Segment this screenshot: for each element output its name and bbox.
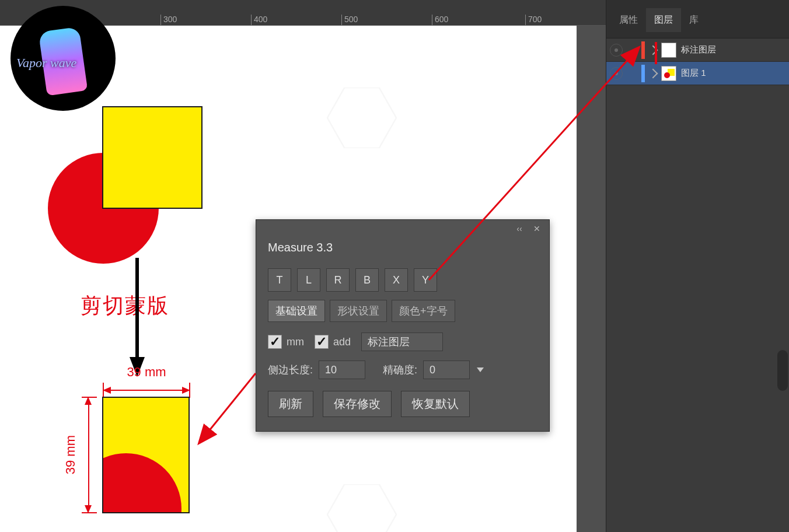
expand-chevron-icon[interactable] <box>648 68 658 78</box>
add-checkbox[interactable] <box>315 335 329 349</box>
visibility-toggle-icon[interactable] <box>610 67 623 80</box>
avatar-logo-text: Vapor wave <box>16 55 76 71</box>
side-length-label: 侧边长度: <box>268 363 313 377</box>
refresh-button[interactable]: 刷新 <box>268 391 313 417</box>
tab-basic-settings[interactable]: 基础设置 <box>268 300 325 322</box>
edge-x-button[interactable]: X <box>385 268 408 292</box>
panel-close-icon[interactable]: ✕ <box>533 225 541 233</box>
tab-library[interactable]: 库 <box>681 8 707 32</box>
ruler-tick: 500 <box>341 15 358 25</box>
panel-minimize-icon[interactable]: ‹‹ <box>515 225 523 233</box>
mm-checkbox[interactable] <box>268 335 282 349</box>
settings-tab-row: 基础设置 形状设置 颜色+字号 <box>268 300 537 322</box>
side-length-input[interactable] <box>319 360 365 379</box>
dropdown-caret-icon[interactable] <box>472 362 488 378</box>
edge-y-button[interactable]: Y <box>414 268 437 292</box>
right-panel: 属性 图层 库 标注图层 图层 1 <box>606 0 789 532</box>
dimension-vertical: 39 mm <box>63 397 96 513</box>
panel-tab-bar: 属性 图层 库 <box>606 0 789 38</box>
measure-panel[interactable]: ‹‹ ✕ Measure 3.3 T L R B X Y 基础设置 形状设置 颜… <box>256 219 550 432</box>
ruler-tick: 700 <box>525 15 542 25</box>
edge-right-button[interactable]: R <box>326 268 350 292</box>
ruler-tick: 600 <box>432 15 448 25</box>
expand-chevron-icon[interactable] <box>648 45 658 55</box>
edge-left-button[interactable]: L <box>297 268 320 292</box>
canvas-right-gutter <box>577 26 606 532</box>
precision-select[interactable] <box>423 360 470 379</box>
tab-shape-settings[interactable]: 形状设置 <box>330 300 387 322</box>
add-checkbox-label: add <box>333 336 351 348</box>
layers-list: 标注图层 图层 1 <box>606 38 789 85</box>
tab-properties[interactable]: 属性 <box>611 8 646 32</box>
layer-name: 图层 1 <box>681 68 706 79</box>
mm-checkbox-label: mm <box>287 336 304 348</box>
precision-label: 精确度: <box>383 363 417 377</box>
clip-mask-result[interactable] <box>102 397 190 513</box>
restore-default-button[interactable]: 恢复默认 <box>401 391 470 417</box>
down-arrow-icon <box>130 258 145 380</box>
layer-name: 标注图层 <box>681 44 716 55</box>
edge-top-button[interactable]: T <box>268 268 291 292</box>
dimension-v-value: 39 mm <box>63 435 78 474</box>
clip-mask-label: 剪切蒙版 <box>81 292 169 320</box>
avatar-logo: Vapor wave <box>11 6 116 111</box>
measure-panel-titlebar[interactable]: ‹‹ ✕ <box>256 220 549 237</box>
layer-thumbnail <box>661 43 676 58</box>
dimension-h-value: 39 mm <box>103 365 190 380</box>
tab-color-font[interactable]: 颜色+字号 <box>392 300 455 322</box>
ruler-tick: 300 <box>160 15 177 25</box>
layer-color-icon <box>641 41 645 59</box>
yellow-square-shape[interactable] <box>102 106 203 209</box>
measure-panel-title: Measure 3.3 <box>256 237 549 262</box>
layer-name-input[interactable] <box>361 332 443 351</box>
scrollbar-thumb[interactable] <box>777 350 788 391</box>
ruler-tick: 400 <box>251 15 267 25</box>
dimension-horizontal: 39 mm <box>103 365 190 394</box>
save-button[interactable]: 保存修改 <box>323 391 392 417</box>
layer-row[interactable]: 标注图层 <box>606 38 789 62</box>
edge-button-row: T L R B X Y <box>268 268 537 292</box>
edge-bottom-button[interactable]: B <box>355 268 379 292</box>
visibility-toggle-icon[interactable] <box>610 44 623 57</box>
layer-color-icon <box>641 65 645 82</box>
layer-thumbnail <box>661 66 676 81</box>
layer-row[interactable]: 图层 1 <box>606 62 789 85</box>
tab-layers[interactable]: 图层 <box>646 8 681 32</box>
